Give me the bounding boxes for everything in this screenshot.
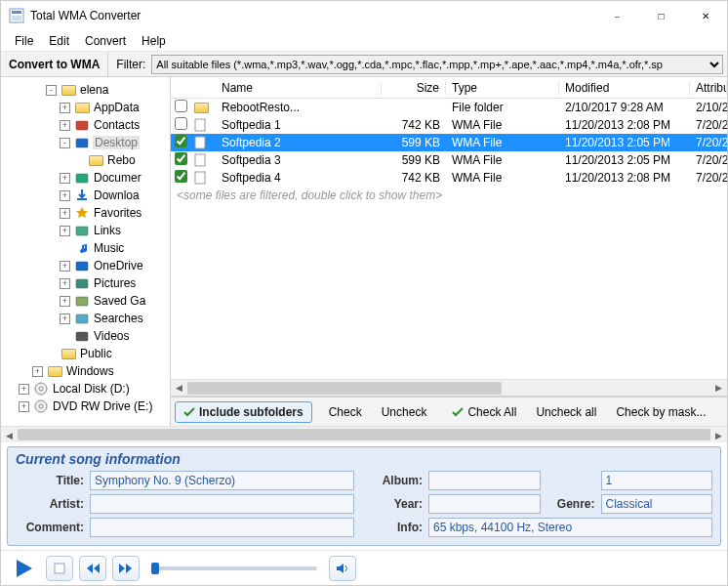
favorites-icon	[74, 206, 90, 220]
expand-icon[interactable]: +	[32, 366, 43, 377]
play-button[interactable]	[9, 554, 40, 583]
info-artist[interactable]	[90, 494, 354, 514]
info-title[interactable]: Symphony No. 9 (Scherzo)	[90, 471, 354, 490]
tree-item[interactable]: +Searches	[1, 310, 170, 327]
svg-rect-1	[12, 11, 21, 14]
tree-item[interactable]: +Saved Ga	[1, 292, 170, 310]
expand-icon[interactable]: +	[19, 401, 29, 412]
check-button[interactable]: Check	[320, 401, 371, 423]
row-checkbox[interactable]	[175, 100, 187, 112]
expand-icon	[73, 155, 84, 166]
menu-help[interactable]: Help	[134, 32, 174, 50]
file-row[interactable]: Softpedia 2599 KBWMA File11/20/2013 2:05…	[171, 134, 727, 151]
tree-item[interactable]: +Favorites	[1, 204, 170, 222]
include-subfolders-button[interactable]: Include subfolders	[175, 401, 312, 423]
check-all-button[interactable]: Check All	[443, 401, 525, 423]
tree-item[interactable]: +Pictures	[1, 274, 170, 292]
expand-icon[interactable]: +	[19, 384, 29, 395]
row-checkbox[interactable]	[175, 135, 187, 147]
svg-rect-6	[76, 227, 88, 235]
row-checkbox[interactable]	[175, 117, 187, 130]
file-row[interactable]: Softpedia 3599 KBWMA File11/20/2013 2:05…	[171, 151, 727, 169]
expand-icon[interactable]: +	[60, 296, 70, 307]
menu-convert[interactable]: Convert	[77, 32, 134, 50]
tree-item[interactable]: +Links	[1, 222, 170, 239]
stop-button[interactable]	[46, 556, 73, 581]
tree-item[interactable]: +Downloa	[1, 187, 170, 204]
info-genre[interactable]: Classical	[601, 494, 713, 514]
tree-item[interactable]: +Contacts	[1, 116, 170, 134]
tree-item-label: AppData	[93, 101, 141, 114]
col-type[interactable]: Type	[446, 81, 559, 95]
minimize-button[interactable]: –	[595, 1, 639, 30]
expand-icon[interactable]: +	[60, 208, 70, 219]
expand-icon[interactable]: +	[60, 278, 70, 289]
file-row[interactable]: RebootResto...File folder2/10/2017 9:28 …	[171, 99, 727, 116]
tree-item[interactable]: +Documer	[1, 169, 170, 187]
expand-icon[interactable]: +	[60, 120, 70, 131]
menu-file[interactable]: File	[7, 32, 41, 50]
col-modified[interactable]: Modified	[559, 81, 690, 95]
uncheck-all-button[interactable]: Uncheck all	[527, 401, 605, 423]
col-name[interactable]: Name	[216, 81, 382, 95]
tree-item[interactable]: -Desktop	[1, 134, 170, 151]
expand-icon[interactable]: +	[60, 314, 70, 324]
expand-icon[interactable]: -	[46, 85, 57, 96]
info-header: Current song information	[16, 451, 712, 471]
svg-rect-4	[76, 139, 88, 147]
tree-item[interactable]: -elena	[1, 81, 170, 99]
main-hscroll[interactable]: ◀▶	[1, 426, 727, 442]
uncheck-button[interactable]: Uncheck	[373, 401, 436, 423]
cell-type: WMA File	[446, 136, 559, 149]
svg-rect-2	[12, 16, 21, 21]
expand-icon[interactable]: +	[60, 103, 70, 113]
col-attributes[interactable]: Attributes	[690, 81, 727, 95]
info-track[interactable]: 1	[601, 471, 713, 490]
convert-to-wma-button[interactable]: Convert to WMA	[1, 52, 108, 76]
folder-tree[interactable]: -elena+AppData+Contacts-DesktopRebo+Docu…	[1, 77, 171, 426]
close-button[interactable]: ✕	[683, 1, 727, 30]
maximize-button[interactable]: □	[639, 1, 683, 30]
prev-button[interactable]	[79, 556, 106, 581]
volume-button[interactable]	[329, 556, 356, 581]
cell-type: WMA File	[446, 153, 559, 167]
svg-rect-20	[55, 564, 64, 573]
row-checkbox[interactable]	[175, 170, 187, 183]
info-comment[interactable]	[90, 518, 354, 537]
tree-item-label: Local Disk (D:)	[52, 382, 131, 396]
tree-item[interactable]: +DVD RW Drive (E:)	[1, 398, 170, 415]
col-size[interactable]: Size	[382, 81, 446, 95]
file-row[interactable]: Softpedia 1742 KBWMA File11/20/2013 2:08…	[171, 116, 727, 134]
info-album[interactable]	[428, 471, 541, 490]
tree-item[interactable]: +AppData	[1, 99, 170, 116]
filter-select[interactable]: All suitable files (*.wma,*.mp3,*.wav,*.…	[151, 55, 723, 74]
expand-icon[interactable]: +	[60, 226, 70, 236]
expand-icon[interactable]: +	[60, 261, 70, 272]
row-checkbox[interactable]	[175, 152, 187, 165]
tree-item[interactable]: Rebo	[1, 151, 170, 169]
expand-icon[interactable]: +	[60, 190, 70, 201]
expand-icon[interactable]: -	[60, 138, 70, 148]
disk-icon	[33, 382, 49, 396]
cell-size: 599 KB	[382, 153, 446, 167]
folder-icon	[194, 103, 216, 113]
tree-item[interactable]: Videos	[1, 327, 170, 345]
menu-edit[interactable]: Edit	[41, 32, 77, 50]
tree-item[interactable]: +Local Disk (D:)	[1, 380, 170, 398]
filter-label: Filter:	[108, 58, 151, 71]
file-list-hscroll[interactable]: ◀▶	[171, 379, 727, 396]
check-by-mask-button[interactable]: Check by mask...	[607, 401, 714, 423]
svg-rect-3	[76, 121, 88, 130]
file-row[interactable]: Softpedia 4742 KBWMA File11/20/2013 2:08…	[171, 169, 727, 187]
svg-point-13	[39, 387, 43, 391]
seek-slider[interactable]	[151, 566, 317, 570]
expand-icon[interactable]: +	[60, 173, 70, 184]
tree-item[interactable]: +OneDrive	[1, 257, 170, 274]
filtered-hint[interactable]: <some files are filtered, double click t…	[171, 187, 727, 204]
tree-item[interactable]: Music	[1, 239, 170, 257]
tree-item[interactable]: +Windows	[1, 362, 170, 380]
tree-item[interactable]: Public	[1, 345, 170, 362]
info-year[interactable]	[428, 494, 541, 514]
next-button[interactable]	[112, 556, 140, 581]
restore-button[interactable]: Restore la	[722, 401, 727, 423]
